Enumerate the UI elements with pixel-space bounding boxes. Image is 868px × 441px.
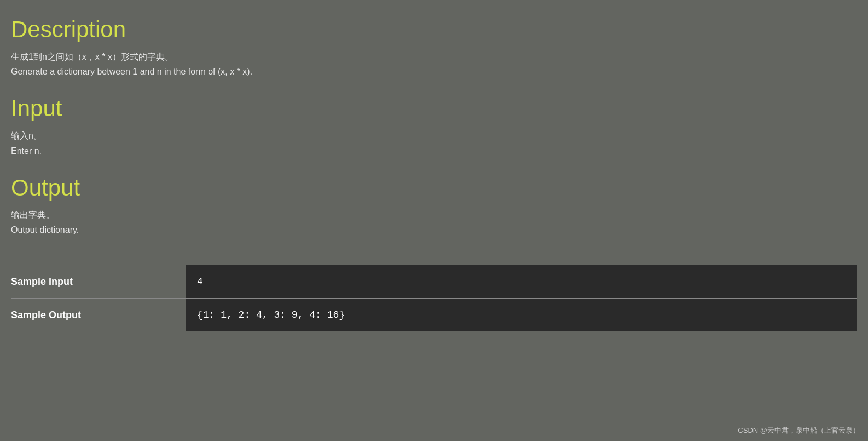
- input-content: 输入n。 Enter n.: [11, 128, 857, 158]
- input-line1: 输入n。: [11, 128, 857, 143]
- sample-output-row: Sample Output {1: 1, 2: 4, 3: 9, 4: 16}: [11, 299, 857, 331]
- sample-input-box: 4: [186, 265, 857, 298]
- footer-credit: CSDN @云中君，泉中船（上官云泉）: [738, 426, 860, 436]
- description-line1: 生成1到n之间如（x，x * x）形式的字典。: [11, 49, 857, 64]
- description-section: Description 生成1到n之间如（x，x * x）形式的字典。 Gene…: [11, 16, 857, 79]
- sample-input-row: Sample Input 4: [11, 265, 857, 298]
- output-content: 输出字典。 Output dictionary.: [11, 208, 857, 237]
- sample-table: Sample Input 4 Sample Output {1: 1, 2: 4…: [11, 265, 857, 331]
- sample-input-value: 4: [197, 276, 203, 287]
- sample-output-value: {1: 1, 2: 4, 3: 9, 4: 16}: [197, 310, 345, 320]
- output-line2: Output dictionary.: [11, 222, 857, 237]
- sample-output-value-cell: {1: 1, 2: 4, 3: 9, 4: 16}: [186, 299, 857, 331]
- sample-input-label: Sample Input: [11, 265, 186, 298]
- sample-output-label: Sample Output: [11, 299, 186, 331]
- description-line2: Generate a dictionary between 1 and n in…: [11, 64, 857, 79]
- sample-output-box: {1: 1, 2: 4, 3: 9, 4: 16}: [186, 299, 857, 331]
- input-section: Input 输入n。 Enter n.: [11, 95, 857, 158]
- input-line2: Enter n.: [11, 144, 857, 158]
- output-title: Output: [11, 175, 857, 201]
- description-title: Description: [11, 16, 857, 43]
- output-line1: 输出字典。: [11, 208, 857, 222]
- description-content: 生成1到n之间如（x，x * x）形式的字典。 Generate a dicti…: [11, 49, 857, 79]
- output-section: Output 输出字典。 Output dictionary.: [11, 175, 857, 237]
- sample-input-value-cell: 4: [186, 265, 857, 298]
- input-title: Input: [11, 95, 857, 122]
- section-divider: [11, 254, 857, 254]
